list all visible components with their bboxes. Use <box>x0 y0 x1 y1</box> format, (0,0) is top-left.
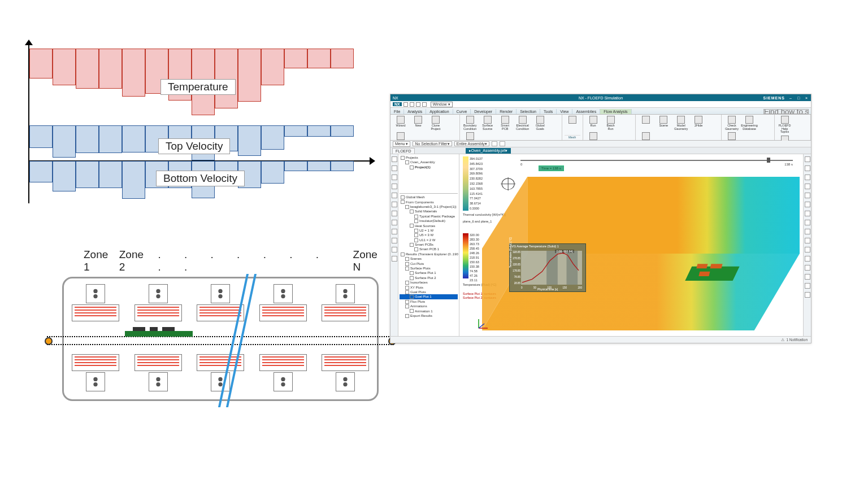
menu-tab[interactable]: Assemblies <box>572 109 600 114</box>
ribbon-button[interactable]: SmartPCB <box>497 116 513 130</box>
vtool-button[interactable] <box>392 156 397 162</box>
tree-item[interactable]: U11 = 2 W <box>400 238 458 242</box>
ribbon-button[interactable] <box>565 116 580 124</box>
tree-item[interactable]: Smart PCBs <box>400 242 458 247</box>
tree-item[interactable]: U5 = 3 W <box>400 233 458 237</box>
vtool-button[interactable] <box>805 256 810 262</box>
menu-tab[interactable]: Selection <box>517 109 540 114</box>
tree-item[interactable]: Export Results <box>400 313 458 318</box>
tree-item[interactable]: Surface Plots <box>400 266 458 271</box>
notification-icon[interactable]: ⚠ <box>781 338 784 342</box>
tree-item[interactable]: Goal Plots <box>400 290 458 294</box>
graphics-canvas[interactable]: 0 138 s Time = 138 s 394.0137345.8423307… <box>459 154 803 336</box>
vtool-button[interactable] <box>805 292 810 298</box>
menu-tab[interactable]: Render <box>496 109 517 114</box>
tree-item[interactable]: beagleboneb3_3-1 {Project(1)} <box>400 204 458 209</box>
axis-triad-icon[interactable] <box>475 316 491 332</box>
tree-item[interactable]: Scenes <box>400 256 458 261</box>
tree-item[interactable]: U2 = 1 W <box>400 228 458 233</box>
selbar-icon[interactable] <box>492 141 497 146</box>
vtool-button[interactable] <box>805 165 810 171</box>
tree-item[interactable]: Surface Plot 1 <box>400 271 458 275</box>
ribbon-button[interactable]: BatchRun <box>603 116 619 130</box>
vtool-button[interactable] <box>805 202 810 207</box>
tree-item[interactable]: Oven_Assembly <box>400 160 458 164</box>
tree-item[interactable]: Smart PCB 1 <box>400 247 458 251</box>
qat-icon[interactable] <box>403 102 408 107</box>
vtool-button[interactable] <box>392 211 397 216</box>
tree-item[interactable]: Solid Materials <box>400 209 458 213</box>
vtool-button[interactable] <box>805 175 810 180</box>
selection-scope-dropdown[interactable]: Entire Assembly ▾ <box>454 141 489 146</box>
menu-tab[interactable]: Tools <box>540 109 557 114</box>
tree-item[interactable]: Isosurfaces <box>400 280 458 285</box>
menu-tab[interactable]: Analysis <box>404 109 426 114</box>
tree-item[interactable]: Animations <box>400 304 458 308</box>
vtool-button[interactable] <box>805 238 810 243</box>
vtool-button[interactable] <box>805 265 810 271</box>
vtool-button[interactable] <box>392 229 397 234</box>
ribbon-button[interactable]: EngineeringDatabase <box>741 116 757 130</box>
vtool-button[interactable] <box>392 220 397 225</box>
minimize-button[interactable]: – <box>788 96 793 100</box>
menu-tab[interactable]: Flow Analysis <box>600 109 631 114</box>
ribbon-button[interactable]: Wizard <box>393 116 409 130</box>
ribbon-button[interactable] <box>638 116 654 130</box>
ribbon-button[interactable]: GlobalGoals <box>532 116 548 130</box>
slider-thumb[interactable] <box>767 158 770 163</box>
window-menu[interactable]: Window ▾ <box>431 102 453 107</box>
tree-item[interactable]: Animation 1 <box>400 309 458 313</box>
vtool-button[interactable] <box>392 184 397 189</box>
ribbon-button[interactable]: FLOEFDHelp Topics <box>777 116 793 134</box>
vtool-button[interactable] <box>392 165 397 171</box>
tree-item[interactable]: Goal Plot 1 <box>400 294 458 299</box>
tree-item[interactable]: Typical Plastic Package <box>400 214 458 219</box>
menu-tab[interactable]: File <box>390 109 404 114</box>
selection-filter-dropdown[interactable]: No Selection Filter ▾ <box>413 141 452 146</box>
tree-item[interactable]: Surface Plot 2 <box>400 276 458 280</box>
ribbon-button[interactable]: SurfaceSource <box>480 116 496 130</box>
menu-tab[interactable]: Curve <box>453 109 471 114</box>
ribbon-button[interactable]: Scene <box>656 116 671 130</box>
ribbon-button[interactable]: ModelGeometry <box>673 116 689 130</box>
ribbon-button[interactable]: 2Hide <box>691 116 706 130</box>
tree-item[interactable]: Global Mesh <box>400 195 458 199</box>
ribbon-button[interactable]: Run <box>585 116 601 130</box>
tree-item[interactable]: Heat Sources <box>400 224 458 228</box>
tree-item[interactable]: Projects <box>400 155 458 160</box>
tree-item[interactable]: Cut Plots <box>400 262 458 266</box>
vtool-button[interactable] <box>392 247 397 252</box>
menu-dropdown[interactable]: Menu ▾ <box>393 141 410 147</box>
tree-item[interactable]: Project(1) <box>400 165 458 169</box>
vtool-button[interactable] <box>392 202 397 207</box>
vtool-button[interactable] <box>805 283 810 289</box>
vtool-button[interactable] <box>805 220 810 225</box>
vtool-button[interactable] <box>805 274 810 280</box>
qat-icon[interactable] <box>416 102 420 107</box>
ribbon-button[interactable]: ElectricalCondition <box>515 116 531 130</box>
floefd-tab[interactable]: FLOEFD <box>392 148 415 154</box>
ribbon-button[interactable]: BoundaryCondition <box>462 116 478 130</box>
time-slider[interactable]: 0 138 s <box>520 159 793 162</box>
tree-item[interactable]: Flux Plots <box>400 299 458 304</box>
project-tree[interactable]: ProjectsOven_AssemblyProject(1)Global Me… <box>398 154 459 336</box>
vtool-button[interactable] <box>805 193 810 198</box>
vtool-button[interactable] <box>392 238 397 243</box>
ribbon-button[interactable]: New <box>410 116 426 130</box>
tree-item[interactable]: From Components <box>400 200 458 204</box>
vtool-button[interactable] <box>392 175 397 180</box>
search-input[interactable] <box>763 109 809 114</box>
qat-icon[interactable] <box>422 102 427 107</box>
tree-item[interactable]: Insulator(Default) <box>400 219 458 223</box>
vtool-button[interactable] <box>805 211 810 216</box>
vtool-button[interactable] <box>805 156 810 162</box>
document-tab[interactable]: ▸ Oven_Assembly.prt ▾ <box>466 148 511 154</box>
vtool-button[interactable] <box>805 247 810 252</box>
menu-tab[interactable]: Application <box>426 109 453 114</box>
qat-icon[interactable] <box>410 102 414 107</box>
tree-item[interactable]: Results (Transient Explorer (0..190 s)) <box>400 252 458 256</box>
close-button[interactable]: × <box>804 96 809 100</box>
goal-plot-overlay[interactable]: VG Average Temperature (Solid) 1 [138, 3… <box>509 243 586 292</box>
ribbon-button[interactable]: CloneProject <box>428 116 444 130</box>
ribbon-button[interactable]: CheckGeometry <box>724 116 740 130</box>
